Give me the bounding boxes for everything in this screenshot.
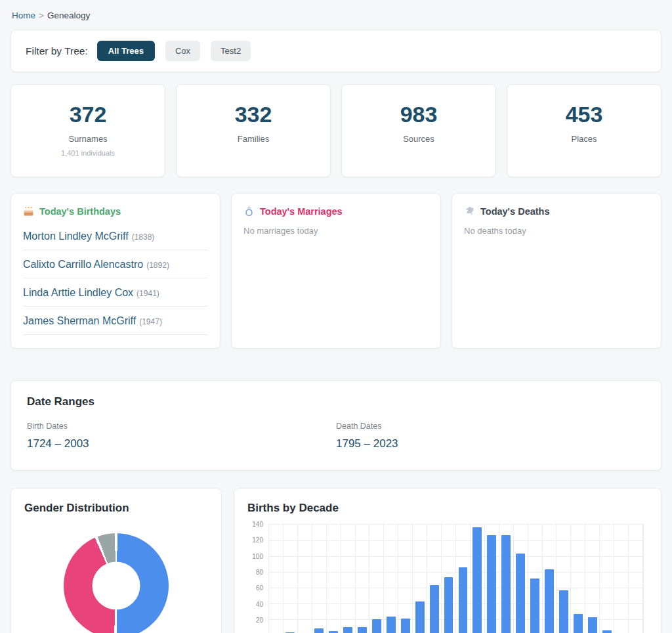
birthday-list-item: Linda Arttie Lindley Cox(1941) xyxy=(23,278,208,307)
bar xyxy=(343,627,352,633)
births-by-decade-card: Births by Decade 020406080100120140 1720… xyxy=(234,488,662,633)
bar-cell: 1860 xyxy=(427,525,442,633)
date-ranges-title: Date Ranges xyxy=(27,395,645,408)
stats-row: 372 Surnames 1,401 individuals 332 Famil… xyxy=(10,84,662,177)
places-label: Places xyxy=(516,134,652,144)
bar-cell: 1940 xyxy=(543,525,557,633)
gender-distribution-title: Gender Distribution xyxy=(24,502,208,515)
stat-card-families: 332 Families xyxy=(176,84,331,177)
birth-dates-label: Birth Dates xyxy=(27,422,336,431)
bar-cell: 1820 xyxy=(369,525,384,633)
breadcrumb-separator: > xyxy=(39,11,44,20)
birthday-person-link[interactable]: Linda Arttie Lindley Cox xyxy=(23,287,133,298)
bar xyxy=(487,535,496,633)
bar-cell: 1960 xyxy=(571,525,585,633)
breadcrumb: Home>Genealogy xyxy=(10,8,662,30)
families-count: 332 xyxy=(186,102,321,127)
bar-cell: 1750 xyxy=(284,525,298,633)
birthday-year: (1892) xyxy=(146,261,169,270)
todays-marriages-title: Today's Marriages xyxy=(260,206,343,217)
birthdays-list: Morton Lindley McGriff(1838) Calixto Car… xyxy=(23,222,208,335)
places-count: 453 xyxy=(516,102,652,127)
bar xyxy=(545,569,554,633)
y-tick-label: 120 xyxy=(252,536,263,544)
bar-cell: 1980 xyxy=(600,525,614,633)
stat-card-places: 453 Places xyxy=(507,84,662,177)
tree-filter-test2-button[interactable]: Test2 xyxy=(211,41,251,61)
tree-filter-cox-button[interactable]: Cox xyxy=(165,41,200,61)
bar-cell: 1790 xyxy=(327,525,341,633)
birthday-person-link[interactable]: Morton Lindley McGriff xyxy=(23,230,129,242)
birthday-list-item: Morton Lindley McGriff(1838) xyxy=(23,222,208,250)
no-deaths-message: No deaths today xyxy=(464,226,649,236)
birthday-person-link[interactable]: James Sherman McGriff xyxy=(23,315,136,326)
bar-cell: 1990 xyxy=(614,525,629,633)
y-tick-label: 140 xyxy=(252,521,263,528)
stat-card-sources: 983 Sources xyxy=(341,84,496,177)
families-label: Families xyxy=(186,134,321,144)
bar xyxy=(372,619,381,633)
cake-icon xyxy=(23,206,34,217)
birth-dates-range: Birth Dates 1724 – 2003 xyxy=(27,422,336,450)
individuals-subcount: 1,401 individuals xyxy=(20,149,156,157)
tree-filter-all-trees-button[interactable]: All Trees xyxy=(97,41,155,61)
todays-birthdays-card: Today's Birthdays Morton Lindley McGriff… xyxy=(10,193,220,349)
bar xyxy=(387,617,396,633)
tree-filter-label: Filter by Tree: xyxy=(26,45,88,57)
bar-cell: 1880 xyxy=(456,525,471,633)
birthday-year: (1838) xyxy=(132,232,155,242)
bar xyxy=(516,554,525,633)
sources-label: Sources xyxy=(351,134,486,144)
breadcrumb-current: Genealogy xyxy=(47,11,90,20)
bar xyxy=(472,527,482,633)
sources-count: 983 xyxy=(351,102,486,127)
birthday-list-item: Calixto Carrillo Alencastro(1892) xyxy=(23,250,208,278)
bar-cell: 1890 xyxy=(471,525,485,633)
bar-cell: 1950 xyxy=(556,525,571,633)
birth-dates-value: 1724 – 2003 xyxy=(27,437,336,450)
death-dates-range: Death Dates 1795 – 2023 xyxy=(336,422,645,450)
bar xyxy=(444,577,453,633)
births-plot: 1720175017601780179018001810182018301840… xyxy=(268,524,644,633)
todays-deaths-title: Today's Deaths xyxy=(480,206,550,217)
bar xyxy=(459,567,468,633)
births-by-decade-title: Births by Decade xyxy=(247,502,648,515)
bar xyxy=(358,627,367,633)
death-dates-value: 1795 – 2023 xyxy=(336,437,645,450)
birthday-person-link[interactable]: Calixto Carrillo Alencastro xyxy=(23,259,143,270)
bar-cell: 1810 xyxy=(356,525,370,633)
bar-cell: 1910 xyxy=(499,525,514,633)
surnames-count: 372 xyxy=(20,102,156,127)
stat-card-surnames: 372 Surnames 1,401 individuals xyxy=(10,84,165,177)
birthday-year: (1947) xyxy=(139,317,162,326)
birthday-list-item: James Sherman McGriff(1947) xyxy=(23,307,208,335)
dove-icon xyxy=(464,206,475,217)
bar-cell: 1920 xyxy=(514,525,528,633)
bar xyxy=(602,630,612,633)
gender-donut-chart xyxy=(64,533,169,633)
no-marriages-message: No marriages today xyxy=(243,226,429,236)
bar-cell: 1870 xyxy=(442,525,456,633)
y-tick-label: 40 xyxy=(256,600,263,607)
todays-marriages-card: Today's Marriages No marriages today xyxy=(231,193,441,349)
events-row: Today's Birthdays Morton Lindley McGriff… xyxy=(10,193,662,349)
births-bar-chart: 020406080100120140 172017501760178017901… xyxy=(247,524,648,633)
bar xyxy=(430,585,439,633)
bar xyxy=(314,628,324,633)
todays-deaths-card: Today's Deaths No deaths today xyxy=(452,193,662,349)
bar-cell: 1780 xyxy=(312,525,327,633)
y-tick-label: 100 xyxy=(252,552,263,559)
births-y-axis: 020406080100120140 xyxy=(247,524,268,633)
bar-cell: 1830 xyxy=(384,525,398,633)
y-tick-label: 20 xyxy=(256,616,263,623)
breadcrumb-home-link[interactable]: Home xyxy=(12,11,35,20)
bar xyxy=(588,617,597,633)
bar-cell: 1970 xyxy=(585,525,600,633)
bar xyxy=(501,535,511,633)
y-tick-label: 60 xyxy=(256,584,263,592)
charts-row: Gender Distribution Male Female Intersex xyxy=(10,488,662,633)
bar-cell: 1850 xyxy=(413,525,427,633)
gender-distribution-card: Gender Distribution Male Female Intersex xyxy=(10,488,222,633)
todays-birthdays-title: Today's Birthdays xyxy=(39,206,121,217)
bar-cell: 1900 xyxy=(485,525,499,633)
